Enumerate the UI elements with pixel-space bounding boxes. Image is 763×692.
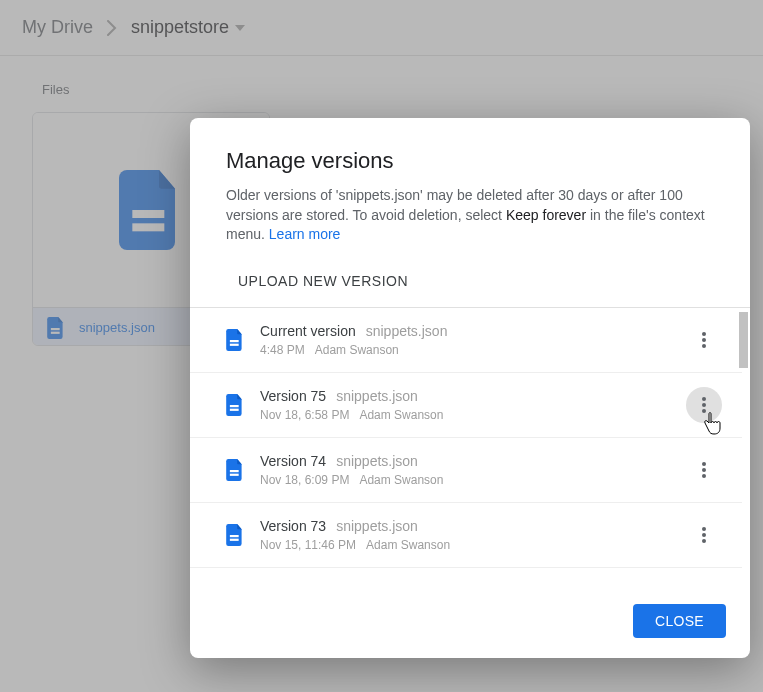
version-menu-button[interactable] <box>686 387 722 423</box>
svg-rect-4 <box>230 340 239 342</box>
version-title: Version 74 <box>260 453 326 469</box>
version-filename: snippets.json <box>336 453 418 469</box>
dialog-description-bold: Keep forever <box>506 207 586 223</box>
svg-point-12 <box>702 403 706 407</box>
version-time: Nov 18, 6:58 PM <box>260 408 349 422</box>
version-row: Version 74 snippets.json Nov 18, 6:09 PM… <box>190 438 742 503</box>
upload-new-version-button[interactable]: UPLOAD NEW VERSION <box>226 265 714 297</box>
document-icon <box>226 329 260 351</box>
learn-more-link[interactable]: Learn more <box>269 226 341 242</box>
svg-point-16 <box>702 462 706 466</box>
version-menu-button[interactable] <box>686 452 722 488</box>
version-title: Version 73 <box>260 518 326 534</box>
version-row: Version 75 snippets.json Nov 18, 6:58 PM… <box>190 373 742 438</box>
close-button[interactable]: CLOSE <box>633 604 726 638</box>
more-vert-icon <box>702 332 706 348</box>
svg-point-22 <box>702 533 706 537</box>
svg-point-8 <box>702 344 706 348</box>
svg-point-13 <box>702 409 706 413</box>
version-row: Version 73 snippets.json Nov 15, 11:46 P… <box>190 503 742 568</box>
document-icon <box>226 459 260 481</box>
svg-rect-15 <box>230 473 239 475</box>
version-author: Adam Swanson <box>366 538 450 552</box>
document-icon <box>226 524 260 546</box>
more-vert-icon <box>702 527 706 543</box>
document-icon <box>226 394 260 416</box>
svg-point-17 <box>702 468 706 472</box>
more-vert-icon <box>702 397 706 413</box>
version-time: Nov 18, 6:09 PM <box>260 473 349 487</box>
version-author: Adam Swanson <box>359 408 443 422</box>
svg-rect-10 <box>230 408 239 410</box>
svg-point-11 <box>702 397 706 401</box>
dialog-title: Manage versions <box>190 118 750 186</box>
svg-rect-14 <box>230 470 239 472</box>
version-author: Adam Swanson <box>315 343 399 357</box>
dialog-description: Older versions of 'snippets.json' may be… <box>190 186 750 251</box>
version-menu-button[interactable] <box>686 517 722 553</box>
svg-point-21 <box>702 527 706 531</box>
version-filename: snippets.json <box>336 388 418 404</box>
version-row: Current version snippets.json 4:48 PM Ad… <box>190 308 742 373</box>
version-filename: snippets.json <box>366 323 448 339</box>
svg-rect-19 <box>230 535 239 537</box>
svg-point-6 <box>702 332 706 336</box>
version-filename: snippets.json <box>336 518 418 534</box>
version-title: Current version <box>260 323 356 339</box>
version-menu-button[interactable] <box>686 322 722 358</box>
version-title: Version 75 <box>260 388 326 404</box>
version-time: Nov 15, 11:46 PM <box>260 538 356 552</box>
svg-rect-9 <box>230 405 239 407</box>
svg-point-7 <box>702 338 706 342</box>
version-list: Current version snippets.json 4:48 PM Ad… <box>190 308 750 588</box>
svg-point-18 <box>702 474 706 478</box>
svg-rect-20 <box>230 538 239 540</box>
version-author: Adam Swanson <box>359 473 443 487</box>
svg-rect-5 <box>230 343 239 345</box>
dialog-actions: CLOSE <box>190 588 750 658</box>
svg-point-23 <box>702 539 706 543</box>
version-time: 4:48 PM <box>260 343 305 357</box>
manage-versions-dialog: Manage versions Older versions of 'snipp… <box>190 118 750 658</box>
more-vert-icon <box>702 462 706 478</box>
